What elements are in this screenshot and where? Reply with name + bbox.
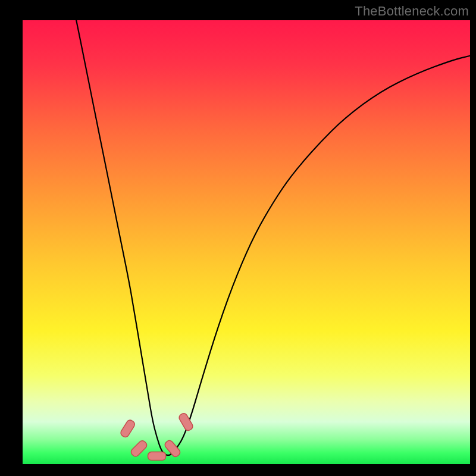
chart-svg	[23, 20, 470, 464]
watermark-text: TheBottleneck.com	[355, 4, 469, 19]
plot-area	[23, 20, 470, 464]
outer-frame: TheBottleneck.com	[0, 0, 476, 476]
curve-marker	[148, 452, 166, 461]
svg-rect-2	[148, 452, 166, 461]
